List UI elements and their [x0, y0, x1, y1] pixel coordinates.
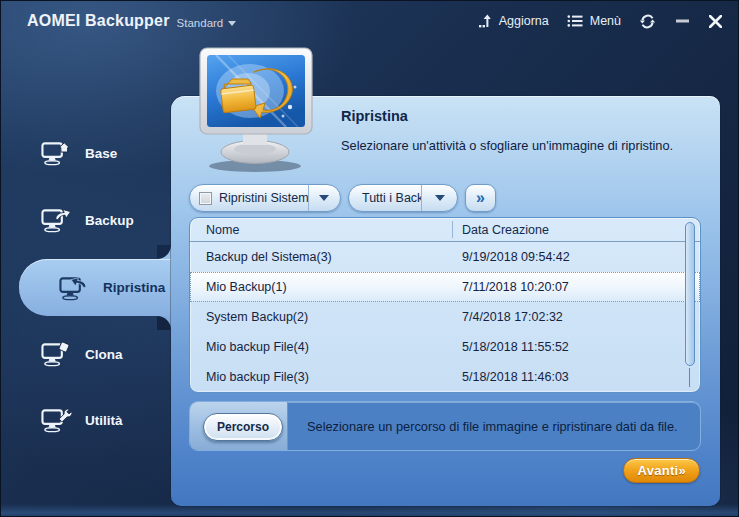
monitor-restore-icon: [59, 275, 90, 301]
backup-date: 9/19/2018 09:54:42: [452, 250, 570, 264]
update-arrow-icon: [478, 14, 492, 28]
close-button[interactable]: [709, 15, 722, 28]
backup-name: Mio Backup(1): [190, 280, 452, 294]
sidebar-selected-tab: Ripristina: [19, 259, 171, 316]
double-chevron-icon: »: [476, 189, 485, 207]
refresh-icon: [639, 13, 656, 30]
sidebar-item-ripristina[interactable]: Ripristina: [19, 259, 171, 316]
menu-label: Menù: [590, 14, 621, 28]
table-row[interactable]: Mio backup File(3) 5/18/2018 11:46:03: [190, 362, 700, 392]
scrollbar-thumb[interactable]: [685, 222, 695, 366]
expand-filters-button[interactable]: »: [465, 184, 496, 212]
column-header-nome[interactable]: Nome: [190, 223, 452, 237]
tab-fillet-top: [157, 245, 171, 259]
sidebar-item-label: Base: [85, 146, 117, 161]
titlebar: AOMEI Backupper Standard Aggiorna Menù: [1, 1, 738, 41]
tab-fillet-bottom: [157, 316, 171, 330]
backup-list: Nome Data Creazione Backup del Sistema(3…: [189, 217, 701, 393]
percorso-button[interactable]: Percorso: [203, 413, 283, 441]
backup-type-value: Tutti i Backup: [362, 191, 421, 205]
sidebar-item-backup[interactable]: Backup: [1, 198, 171, 242]
refresh-button[interactable]: [639, 13, 656, 30]
sidebar-item-clona[interactable]: Clona: [1, 332, 171, 376]
minimize-button[interactable]: [676, 19, 689, 23]
backup-date: 7/11/2018 10:20:07: [452, 280, 569, 294]
percorso-button-label: Percorso: [217, 420, 269, 434]
table-header: Nome Data Creazione: [190, 218, 700, 242]
system-restore-dropdown-arrow[interactable]: [308, 185, 340, 211]
menu-button[interactable]: Menù: [567, 14, 621, 28]
table-row-selected[interactable]: Mio Backup(1) 7/11/2018 10:20:07: [190, 272, 700, 302]
minimize-icon: [676, 19, 689, 23]
table-row[interactable]: Backup del Sistema(3) 9/19/2018 09:54:42: [190, 242, 700, 272]
monitor-wrench-icon: [41, 407, 72, 433]
backup-date: 5/18/2018 11:55:52: [452, 340, 569, 354]
avanti-button[interactable]: Avanti»: [623, 458, 700, 483]
update-button[interactable]: Aggiorna: [478, 14, 549, 28]
path-description: Selezionare un percorso di file immagine…: [307, 402, 692, 450]
column-header-data-creazione[interactable]: Data Creazione: [452, 223, 549, 237]
chevron-down-icon: [228, 21, 236, 26]
page-subtitle: Selezionare un'attività o sfogliare un'i…: [341, 138, 673, 153]
chevron-down-icon: [435, 195, 445, 201]
sidebar-item-label: Ripristina: [103, 280, 165, 295]
backup-date: 5/18/2018 11:46:03: [452, 370, 569, 384]
app-title: AOMEI Backupper: [27, 12, 170, 30]
edition-dropdown[interactable]: Standard: [177, 17, 237, 29]
backup-name: System Backup(2): [190, 310, 452, 324]
avanti-button-label: Avanti»: [637, 463, 686, 478]
monitor-clone-icon: [41, 341, 72, 367]
page-title: Ripristina: [341, 108, 408, 124]
backup-type-dropdown[interactable]: Tutti i Backup: [348, 184, 458, 212]
sidebar-item-label: Utilità: [85, 413, 123, 428]
backup-name: Mio backup File(3): [190, 370, 452, 384]
sidebar-item-label: Backup: [85, 213, 134, 228]
filter-row: Ripristini Sistema Tutti i Backup »: [189, 184, 496, 212]
monitor-backup-icon: [41, 207, 72, 233]
sidebar-item-label: Clona: [85, 347, 123, 362]
sidebar-item-utilita[interactable]: Utilità: [1, 398, 171, 442]
backup-type-dropdown-arrow[interactable]: [421, 185, 457, 211]
update-label: Aggiorna: [499, 14, 549, 28]
app-window: AOMEI Backupper Standard Aggiorna Menù: [0, 0, 739, 517]
table-row[interactable]: System Backup(2) 7/4/2018 17:02:32: [190, 302, 700, 332]
system-restore-dropdown[interactable]: Ripristini Sistema: [189, 184, 341, 212]
path-bar: Percorso Selezionare un percorso di file…: [189, 401, 701, 451]
restore-hero-icon: [194, 45, 324, 173]
backup-name: Backup del Sistema(3): [190, 250, 452, 264]
system-restore-checkbox[interactable]: [199, 192, 212, 205]
system-restore-label: Ripristini Sistema: [219, 191, 308, 205]
close-icon: [709, 15, 722, 28]
scrollbar-track[interactable]: [689, 368, 690, 387]
menu-list-icon: [567, 14, 583, 28]
backup-date: 7/4/2018 17:02:32: [452, 310, 563, 324]
monitor-home-icon: [41, 140, 72, 166]
backup-name: Mio backup File(4): [190, 340, 452, 354]
edition-label: Standard: [177, 17, 224, 29]
chevron-down-icon: [319, 195, 329, 201]
sidebar-item-base[interactable]: Base: [1, 131, 171, 175]
table-row[interactable]: Mio backup File(4) 5/18/2018 11:55:52: [190, 332, 700, 362]
